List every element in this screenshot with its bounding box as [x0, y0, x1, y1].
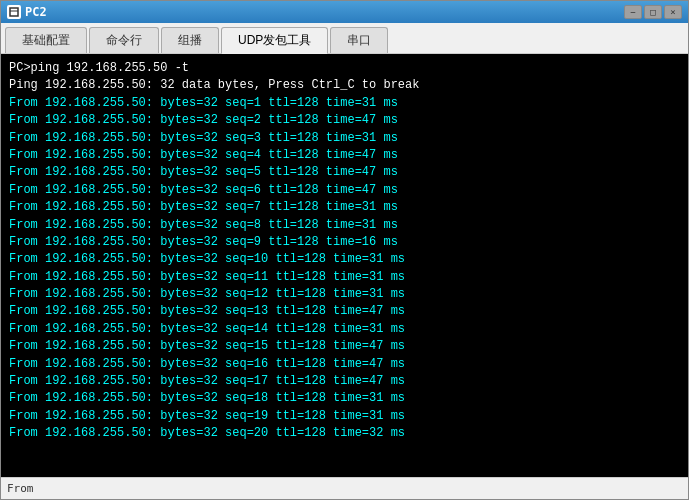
- maximize-button[interactable]: □: [644, 5, 662, 19]
- terminal-reply-15: From 192.168.255.50: bytes=32 seq=15 ttl…: [9, 338, 680, 355]
- terminal-reply-6: From 192.168.255.50: bytes=32 seq=6 ttl=…: [9, 182, 680, 199]
- terminal-cmd-line: PC>ping 192.168.255.50 -t: [9, 60, 680, 77]
- terminal-reply-20: From 192.168.255.50: bytes=32 seq=20 ttl…: [9, 425, 680, 442]
- terminal-area[interactable]: PC>ping 192.168.255.50 -t Ping 192.168.2…: [1, 54, 688, 477]
- terminal-reply-14: From 192.168.255.50: bytes=32 seq=14 ttl…: [9, 321, 680, 338]
- terminal-reply-17: From 192.168.255.50: bytes=32 seq=17 ttl…: [9, 373, 680, 390]
- tab-udp-tool[interactable]: UDP发包工具: [221, 27, 328, 54]
- terminal-reply-12: From 192.168.255.50: bytes=32 seq=12 ttl…: [9, 286, 680, 303]
- bottom-bar: From: [1, 477, 688, 499]
- terminal-reply-10: From 192.168.255.50: bytes=32 seq=10 ttl…: [9, 251, 680, 268]
- minimize-button[interactable]: −: [624, 5, 642, 19]
- terminal-reply-4: From 192.168.255.50: bytes=32 seq=4 ttl=…: [9, 147, 680, 164]
- title-bar-controls: − □ ×: [624, 5, 682, 19]
- tab-serial[interactable]: 串口: [330, 27, 388, 53]
- tab-basic-config[interactable]: 基础配置: [5, 27, 87, 53]
- terminal-reply-8: From 192.168.255.50: bytes=32 seq=8 ttl=…: [9, 217, 680, 234]
- main-window: PC2 − □ × 基础配置 命令行 组播 UDP发包工具 串口 PC>ping…: [0, 0, 689, 500]
- tab-bar: 基础配置 命令行 组播 UDP发包工具 串口: [1, 23, 688, 54]
- terminal-reply-13: From 192.168.255.50: bytes=32 seq=13 ttl…: [9, 303, 680, 320]
- close-button[interactable]: ×: [664, 5, 682, 19]
- terminal-reply-19: From 192.168.255.50: bytes=32 seq=19 ttl…: [9, 408, 680, 425]
- title-bar: PC2 − □ ×: [1, 1, 688, 23]
- terminal-reply-16: From 192.168.255.50: bytes=32 seq=16 ttl…: [9, 356, 680, 373]
- tab-command-line[interactable]: 命令行: [89, 27, 159, 53]
- terminal-ping-header: Ping 192.168.255.50: 32 data bytes, Pres…: [9, 77, 680, 94]
- tab-multicast[interactable]: 组播: [161, 27, 219, 53]
- terminal-reply-7: From 192.168.255.50: bytes=32 seq=7 ttl=…: [9, 199, 680, 216]
- terminal-reply-2: From 192.168.255.50: bytes=32 seq=2 ttl=…: [9, 112, 680, 129]
- title-bar-left: PC2: [7, 5, 47, 19]
- terminal-reply-1: From 192.168.255.50: bytes=32 seq=1 ttl=…: [9, 95, 680, 112]
- bottom-status-text: From: [7, 482, 34, 495]
- svg-rect-0: [10, 8, 18, 16]
- terminal-reply-9: From 192.168.255.50: bytes=32 seq=9 ttl=…: [9, 234, 680, 251]
- terminal-reply-3: From 192.168.255.50: bytes=32 seq=3 ttl=…: [9, 130, 680, 147]
- terminal-reply-11: From 192.168.255.50: bytes=32 seq=11 ttl…: [9, 269, 680, 286]
- window-icon: [7, 5, 21, 19]
- terminal-reply-18: From 192.168.255.50: bytes=32 seq=18 ttl…: [9, 390, 680, 407]
- window-title: PC2: [25, 5, 47, 19]
- terminal-reply-5: From 192.168.255.50: bytes=32 seq=5 ttl=…: [9, 164, 680, 181]
